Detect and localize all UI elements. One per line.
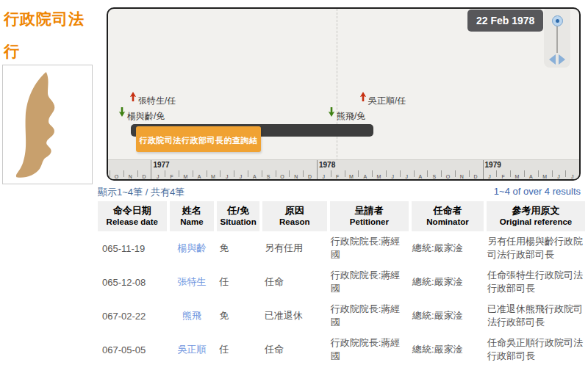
dismiss-down-arrow-icon (118, 107, 126, 117)
cell-nominator: 總統:嚴家淦 (412, 299, 484, 333)
cell-petitioner: 行政院院長:蔣經國 (330, 231, 409, 265)
axis-month-letter: S (427, 174, 441, 179)
axis-month-letter: D (469, 174, 483, 179)
cell-nominator: 總統:嚴家淦 (412, 265, 484, 299)
axis-month-letter: O (276, 174, 290, 179)
col-original-reference: 參考用原文 Original reference (487, 201, 585, 231)
axis-month: M (510, 160, 524, 179)
header-en: Original reference (488, 217, 584, 228)
axis-month: J (400, 160, 414, 179)
event-label: 張特生/任 (138, 95, 176, 107)
timeline-axis[interactable]: OND1977JFMAMJJASOND1978JFMAMJJASOND1979J… (108, 159, 579, 179)
appoint-up-arrow-icon (129, 92, 137, 101)
person-link[interactable]: 楊與齡 (177, 242, 206, 253)
results-table: 命令日期 Release date 姓名 Name 任/免 Situation … (95, 201, 588, 365)
event-label: 楊與齡/免 (127, 110, 165, 123)
person-link[interactable]: 熊飛 (182, 310, 201, 321)
axis-month: N (289, 160, 303, 179)
cell-name: 張特生 (170, 265, 215, 299)
cell-situation: 任 (217, 333, 259, 365)
axis-month: J (220, 160, 234, 179)
cell-name: 楊與齡 (170, 231, 215, 265)
header-zh: 命令日期 (99, 204, 165, 217)
cell-name: 熊飛 (170, 299, 215, 333)
cell-situation: 免 (217, 299, 259, 333)
cell-release-date: 065-11-19 (98, 231, 167, 265)
col-release-date: 命令日期 Release date (98, 201, 167, 231)
timeline-event-zhangtesheng[interactable]: 張特生/任 (129, 92, 176, 107)
header-en: Nominator (413, 217, 482, 228)
face-profile-icon (7, 68, 89, 180)
axis-month: A (248, 160, 262, 179)
header-en: Situation (218, 217, 258, 228)
timeline-panel[interactable]: 張特生/任 楊與齡/免 吳正順/任 熊飛/免 行政院司法行政部司長的查詢結果 2… (107, 7, 581, 181)
dismiss-down-arrow-icon (328, 107, 335, 117)
axis-month-letter: N (123, 174, 137, 179)
cell-original-reference: 已准退休熊飛行政院司法行政部司長 (487, 299, 585, 333)
col-name: 姓名 Name (170, 201, 215, 231)
axis-month: 1978J (317, 160, 331, 179)
col-situation: 任/免 Situation (217, 201, 259, 231)
axis-month-letter: J (234, 174, 248, 179)
person-link[interactable]: 張特生 (177, 276, 206, 287)
axis-month-letter: J (565, 174, 579, 179)
axis-year-label: 1979 (485, 161, 501, 169)
axis-month-letter: J (317, 174, 331, 179)
cell-petitioner: 行政院院長:蔣經國 (330, 265, 409, 299)
axis-month-letter: S (262, 174, 276, 179)
timeline-event-xiongfei[interactable]: 熊飛/免 (328, 107, 365, 123)
person-link[interactable]: 吳正順 (177, 344, 206, 355)
axis-month: S (427, 160, 441, 179)
cell-reason: 已准退休 (262, 299, 327, 333)
axis-month-letter: A (193, 174, 207, 179)
table-row: 067-02-22 熊飛 免 已准退休 行政院院長:蔣經國 總統:嚴家淦 已准退… (98, 299, 585, 333)
cell-situation: 任 (217, 265, 259, 299)
timeline-event-wuzhengshun[interactable]: 吳正順/任 (359, 92, 406, 107)
cell-release-date: 067-05-05 (98, 333, 167, 365)
cell-reason: 任命 (262, 333, 327, 365)
axis-month: D (469, 160, 483, 179)
axis-month-letter: M (510, 174, 524, 179)
axis-month: S (262, 160, 276, 179)
table-row: 065-11-19 楊與齡 免 另有任用 行政院院長:蔣經國 總統:嚴家淦 另有… (98, 231, 585, 265)
header-en: Reason (264, 217, 326, 228)
axis-month: M (372, 160, 386, 179)
axis-month-letter: M (345, 174, 359, 179)
cell-original-reference: 任命張特生行政院司法行政部司長 (487, 265, 585, 299)
axis-month-letter: M (538, 174, 552, 179)
axis-month-letter: J (400, 174, 414, 179)
axis-month: 1979J (483, 160, 497, 179)
axis-month: J (552, 160, 566, 179)
timeline-event-yangyuling[interactable]: 楊與齡/免 (118, 107, 165, 123)
axis-month: A (414, 160, 428, 179)
axis-month: N (455, 160, 469, 179)
axis-month: M (179, 160, 193, 179)
axis-month-letter: J (386, 174, 400, 179)
axis-month: D (303, 160, 317, 179)
timeline-zoom-slider[interactable] (544, 9, 570, 68)
cell-nominator: 總統:嚴家淦 (412, 231, 484, 265)
pan-left-right-arrows-icon[interactable] (549, 54, 565, 65)
axis-month-letter: M (179, 174, 193, 179)
axis-year-label: 1977 (153, 161, 169, 169)
cell-reason: 任命 (262, 265, 327, 299)
axis-month-letter: J (483, 174, 497, 179)
result-count-zh: 顯示1~4筆 / 共有4筆 (98, 186, 184, 199)
cell-original-reference: 任命吳正順行政院司法行政部司長 (487, 333, 585, 365)
axis-month-letter: M (207, 174, 220, 179)
header-zh: 姓名 (171, 204, 213, 217)
axis-month-letter: O (441, 174, 455, 179)
axis-month-letter: N (289, 174, 303, 179)
axis-month: A (524, 160, 538, 179)
cell-nominator: 總統:嚴家淦 (412, 333, 484, 365)
profile-logo (2, 65, 93, 184)
axis-month: M (538, 160, 552, 179)
axis-month: J (565, 160, 579, 179)
cell-reason: 另有任用 (262, 231, 327, 265)
axis-month-letter: A (358, 174, 372, 179)
axis-month-letter: D (303, 174, 317, 179)
slider-knob-icon[interactable] (552, 15, 563, 26)
axis-month-letter: A (524, 174, 538, 179)
axis-month-letter: F (496, 174, 510, 179)
axis-month-letter: J (220, 174, 234, 179)
